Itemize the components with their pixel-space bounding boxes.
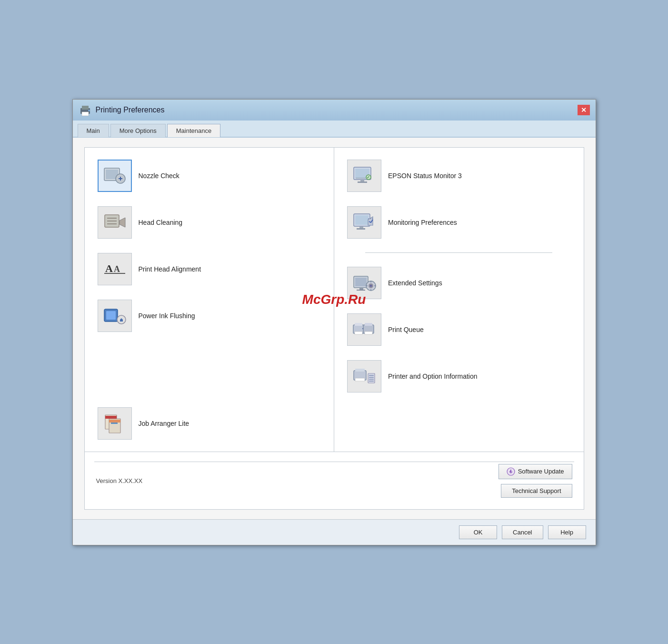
svg-rect-40 bbox=[357, 290, 365, 291]
svg-text:A: A bbox=[105, 262, 113, 274]
svg-rect-56 bbox=[355, 369, 365, 372]
power-ink-flushing-icon bbox=[102, 304, 127, 327]
svg-point-3 bbox=[88, 110, 90, 111]
svg-rect-23 bbox=[109, 420, 120, 423]
monitoring-preferences-button[interactable]: Monitoring Preferences bbox=[342, 202, 576, 243]
nozzle-check-icon bbox=[102, 164, 127, 187]
head-cleaning-label: Head Cleaning bbox=[139, 219, 183, 226]
software-update-label: Software Update bbox=[518, 468, 564, 475]
svg-rect-2 bbox=[82, 112, 89, 116]
tab-bar: Main More Options Maintenance bbox=[73, 121, 596, 138]
print-queue-button[interactable]: Print Queue bbox=[342, 309, 576, 350]
svg-rect-24 bbox=[111, 423, 118, 424]
job-arranger-lite-icon bbox=[102, 412, 127, 435]
power-ink-flushing-icon-box bbox=[98, 300, 132, 332]
epson-status-monitor-icon-box: ✓ bbox=[347, 160, 381, 192]
extended-settings-button[interactable]: Extended Settings bbox=[342, 262, 576, 303]
print-head-alignment-icon-box: A A bbox=[98, 253, 132, 285]
panels-wrapper: Nozzle Check Head Cleani bbox=[84, 147, 584, 452]
svg-rect-53 bbox=[365, 332, 372, 334]
svg-rect-28 bbox=[358, 181, 367, 183]
nozzle-check-label: Nozzle Check bbox=[139, 172, 179, 180]
extended-settings-icon-box bbox=[347, 267, 381, 299]
print-queue-label: Print Queue bbox=[388, 326, 424, 333]
close-button[interactable]: ✕ bbox=[578, 105, 590, 115]
main-window: Printing Preferences ✕ Main More Options… bbox=[72, 99, 596, 545]
epson-status-monitor-icon: ✓ bbox=[352, 164, 377, 187]
nozzle-check-button[interactable]: Nozzle Check bbox=[92, 155, 327, 196]
technical-support-label: Technical Support bbox=[512, 487, 561, 494]
svg-rect-50 bbox=[355, 332, 362, 334]
svg-text:✓: ✓ bbox=[367, 175, 370, 180]
software-update-button[interactable]: Software Update bbox=[499, 464, 572, 479]
monitoring-preferences-icon bbox=[352, 211, 377, 234]
svg-text:A: A bbox=[114, 264, 120, 274]
software-update-icon bbox=[507, 467, 515, 476]
svg-rect-58 bbox=[368, 373, 375, 383]
svg-rect-52 bbox=[365, 323, 372, 326]
job-arranger-lite-label: Job Arranger Lite bbox=[139, 420, 189, 427]
svg-marker-13 bbox=[120, 218, 125, 227]
bottom-separator bbox=[94, 462, 574, 462]
monitoring-preferences-icon-box bbox=[347, 206, 381, 239]
power-ink-flushing-label: Power Ink Flushing bbox=[139, 312, 195, 320]
print-head-alignment-icon: A A bbox=[102, 258, 127, 281]
job-arranger-lite-icon-box bbox=[98, 407, 132, 440]
title-bar-left: Printing Preferences bbox=[79, 103, 165, 117]
right-divider bbox=[365, 252, 552, 253]
printer-option-info-label: Printer and Option Information bbox=[388, 372, 478, 380]
head-cleaning-icon bbox=[102, 211, 127, 234]
title-bar: Printing Preferences ✕ bbox=[73, 100, 596, 121]
content-area: Nozzle Check Head Cleani bbox=[73, 138, 596, 519]
head-cleaning-icon-box bbox=[98, 206, 132, 239]
right-panel: ✓ EPSON Status Monitor 3 bbox=[334, 148, 584, 452]
power-ink-flushing-button[interactable]: Power Ink Flushing bbox=[92, 295, 327, 336]
svg-rect-22 bbox=[105, 416, 117, 419]
extended-settings-icon bbox=[352, 272, 377, 294]
svg-rect-57 bbox=[355, 378, 365, 381]
ok-button[interactable]: OK bbox=[459, 525, 497, 539]
tab-main[interactable]: Main bbox=[78, 124, 109, 137]
main-area: Nozzle Check Head Cleani bbox=[84, 147, 584, 452]
svg-rect-34 bbox=[359, 226, 363, 228]
print-queue-icon-box bbox=[347, 313, 381, 346]
epson-status-monitor-label: EPSON Status Monitor 3 bbox=[388, 172, 462, 180]
svg-rect-27 bbox=[360, 180, 364, 181]
window-title: Printing Preferences bbox=[96, 106, 165, 114]
svg-point-43 bbox=[370, 285, 372, 287]
head-cleaning-button[interactable]: Head Cleaning bbox=[92, 202, 327, 243]
help-button[interactable]: Help bbox=[548, 525, 586, 539]
svg-rect-38 bbox=[355, 278, 367, 286]
monitoring-preferences-label: Monitoring Preferences bbox=[388, 219, 457, 226]
epson-status-monitor-button[interactable]: ✓ EPSON Status Monitor 3 bbox=[342, 155, 576, 196]
right-actions: Software Update Technical Support bbox=[499, 464, 572, 498]
technical-support-button[interactable]: Technical Support bbox=[501, 484, 572, 498]
bottom-row: Version X.XX.XX Software Update Technica… bbox=[94, 464, 574, 502]
printer-option-info-icon bbox=[352, 365, 377, 388]
print-queue-icon bbox=[352, 318, 377, 341]
dialog-buttons: OK Cancel Help bbox=[73, 519, 596, 545]
svg-rect-39 bbox=[359, 288, 363, 290]
left-panel: Nozzle Check Head Cleani bbox=[85, 148, 335, 452]
printer-option-info-icon-box bbox=[347, 360, 381, 392]
tab-more-options[interactable]: More Options bbox=[110, 124, 166, 137]
printer-icon bbox=[79, 103, 92, 117]
svg-rect-33 bbox=[355, 215, 369, 225]
tab-maintenance[interactable]: Maintenance bbox=[167, 124, 220, 137]
print-head-alignment-button[interactable]: A A Print Head Alignment bbox=[92, 249, 327, 290]
extended-settings-label: Extended Settings bbox=[388, 279, 442, 287]
print-head-alignment-label: Print Head Alignment bbox=[139, 265, 201, 273]
svg-rect-35 bbox=[357, 228, 365, 230]
svg-rect-1 bbox=[82, 106, 89, 110]
printer-option-info-button[interactable]: Printer and Option Information bbox=[342, 356, 576, 397]
svg-rect-49 bbox=[355, 323, 362, 326]
svg-rect-18 bbox=[106, 311, 116, 320]
cancel-button[interactable]: Cancel bbox=[502, 525, 543, 539]
version-text: Version X.XX.XX bbox=[96, 477, 143, 484]
nozzle-check-icon-box bbox=[98, 160, 132, 192]
job-arranger-lite-button[interactable]: Job Arranger Lite bbox=[92, 403, 327, 444]
